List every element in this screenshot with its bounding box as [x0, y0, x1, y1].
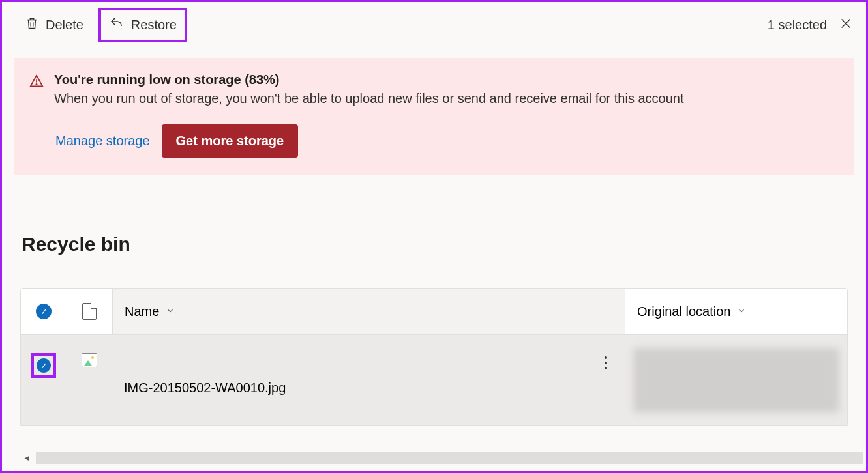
selection-count: 1 selected	[768, 18, 827, 33]
get-more-storage-button[interactable]: Get more storage	[162, 124, 299, 158]
warning-icon	[29, 74, 44, 91]
file-icon	[82, 303, 97, 320]
svg-point-2	[605, 362, 607, 364]
storage-warning-banner: You're running low on storage (83%) When…	[14, 58, 854, 175]
original-location-cell	[625, 335, 847, 425]
location-header[interactable]: Original location	[625, 304, 847, 319]
image-icon	[82, 353, 97, 367]
select-all-cell[interactable]: ✓	[21, 304, 67, 319]
table-header: ✓ Name Original location	[21, 289, 847, 334]
name-header-label: Name	[125, 304, 159, 319]
banner-title: You're running low on storage (83%)	[54, 72, 684, 87]
delete-label: Delete	[46, 18, 83, 33]
restore-label: Restore	[131, 18, 177, 33]
row-checkbox[interactable]: ✓	[31, 353, 56, 378]
horizontal-scrollbar[interactable]: ◄	[20, 452, 866, 465]
svg-point-1	[605, 356, 607, 359]
type-header[interactable]	[67, 303, 112, 320]
file-name-cell: IMG-20150502-WA0010.jpg	[112, 335, 586, 425]
chevron-down-icon	[166, 306, 175, 317]
svg-point-3	[605, 367, 607, 369]
manage-storage-link[interactable]: Manage storage	[55, 134, 150, 149]
page-title: Recycle bin	[22, 233, 846, 255]
trash-icon	[25, 16, 39, 34]
svg-point-0	[36, 84, 37, 85]
toolbar: Delete Restore 1 selected	[2, 2, 866, 48]
banner-description: When you run out of storage, you won't b…	[54, 91, 684, 106]
more-actions-button[interactable]	[586, 335, 625, 425]
delete-button[interactable]: Delete	[15, 9, 93, 41]
close-icon[interactable]	[839, 16, 853, 33]
scroll-left-icon[interactable]: ◄	[20, 453, 33, 463]
chevron-down-icon	[737, 306, 746, 317]
check-circle-icon: ✓	[37, 358, 51, 373]
location-header-label: Original location	[637, 304, 730, 319]
check-circle-icon: ✓	[36, 304, 52, 319]
undo-icon	[109, 16, 125, 35]
table-row[interactable]: ✓ IMG-20150502-WA0010.jpg	[21, 334, 847, 425]
restore-button[interactable]: Restore	[98, 8, 187, 42]
scrollbar-track[interactable]	[36, 452, 863, 464]
recycle-bin-table: ✓ Name Original location ✓	[20, 288, 848, 426]
name-header[interactable]: Name	[112, 289, 625, 334]
